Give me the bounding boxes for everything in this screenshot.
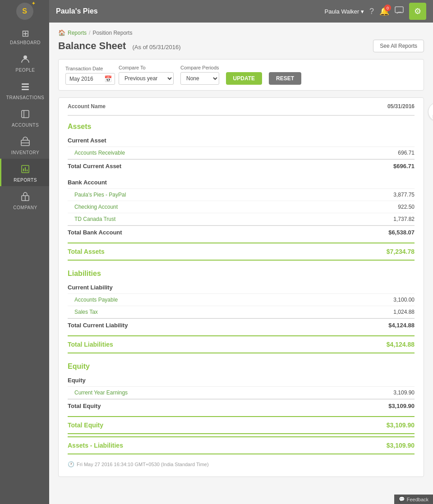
total-assets-value: $7,234.78: [387, 248, 415, 255]
sidebar-item-label: People: [15, 68, 35, 73]
breadcrumb-current: Position Reports: [92, 30, 132, 36]
sidebar-item-transactions[interactable]: Transactions: [0, 76, 49, 104]
table-row: TD Canada Trust 1,737.82: [68, 213, 415, 225]
account-name[interactable]: Paula's Pies - PayPal: [74, 192, 126, 198]
table-row: Checking Account 922.50: [68, 201, 415, 213]
equity-total-value: $3,109.90: [388, 403, 415, 409]
app-logo: S: [16, 3, 33, 20]
breadcrumb-separator: /: [89, 30, 90, 36]
sidebar-item-label: Reports: [14, 178, 37, 183]
col-date: 05/31/2016: [387, 103, 415, 110]
topbar-right: Paula Walker ? 🔔 0 ⚙: [325, 3, 426, 20]
compare-periods-select[interactable]: None 1 2 3: [180, 72, 219, 85]
account-value: 3,100.00: [393, 297, 415, 303]
total-liabilities-row: Total Liabilities $4,124.88: [68, 335, 415, 353]
table-row: Accounts Payable 3,100.00: [68, 294, 415, 306]
compare-to-label: Compare To: [119, 65, 174, 70]
feedback-label: Feedback: [407, 497, 428, 502]
current-liability-subsection: Current Liability Accounts Payable 3,100…: [68, 281, 415, 332]
settings-button[interactable]: ⚙: [409, 3, 426, 20]
company-icon: [20, 192, 30, 204]
total-liabilities-value: $4,124.88: [387, 341, 415, 348]
page-title-text: Balance Sheet: [58, 40, 126, 51]
current-asset-title: Current Asset: [68, 134, 415, 147]
current-asset-total-value: $696.71: [393, 163, 415, 170]
see-all-reports-button[interactable]: See All Reports: [373, 40, 424, 52]
svg-rect-1: [22, 83, 29, 85]
feedback-button[interactable]: 💬 Feedback: [394, 495, 433, 504]
sidebar-item-accounts[interactable]: Accounts: [0, 104, 49, 131]
account-name[interactable]: TD Canada Trust: [74, 216, 115, 222]
sidebar-item-inventory[interactable]: Inventory: [0, 131, 49, 159]
compare-periods-group: Compare Periods None 1 2 3: [180, 65, 219, 85]
messages-button[interactable]: [395, 6, 404, 17]
compare-periods-label: Compare Periods: [180, 65, 219, 70]
page-title-row: Balance Sheet (As of 05/31/2016) See All…: [58, 40, 424, 52]
compare-to-group: Compare To Previous year Previous period…: [119, 65, 174, 85]
total-assets-row: Total Assets $7,234.78: [68, 243, 415, 261]
breadcrumb-reports-link[interactable]: Reports: [68, 30, 87, 36]
report-wrapper: ← Back Account Name 05/31/2016 Assets Cu…: [58, 97, 424, 477]
account-value: 3,877.75: [393, 192, 415, 198]
account-name[interactable]: Sales Tax: [74, 309, 98, 315]
equity-subsection: Equity Current Year Earnings 3,109.90 To…: [68, 374, 415, 412]
current-asset-subsection: Current Asset Accounts Receivable 696.71…: [68, 134, 415, 173]
current-asset-total-label: Total Current Asset: [68, 163, 121, 170]
back-button[interactable]: ← Back: [428, 102, 433, 121]
sidebar-item-label: Dashboard: [10, 40, 41, 45]
sidebar-item-label: Inventory: [11, 150, 39, 155]
table-row: Paula's Pies - PayPal 3,877.75: [68, 189, 415, 201]
reset-button[interactable]: RESET: [269, 72, 301, 85]
account-value: 922.50: [398, 204, 415, 210]
compare-to-select[interactable]: Previous year Previous period None: [119, 72, 174, 85]
breadcrumb: 🏠 Reports / Position Reports: [58, 29, 424, 36]
account-name[interactable]: Current Year Earnings: [74, 389, 128, 396]
equity-total-label: Total Equity: [68, 403, 101, 409]
svg-rect-3: [22, 89, 29, 90]
page-title-left: Balance Sheet (As of 05/31/2016): [58, 40, 181, 52]
svg-rect-14: [395, 7, 403, 13]
svg-point-0: [23, 55, 27, 59]
table-row: Current Year Earnings 3,109.90: [68, 387, 415, 399]
sidebar: S ⊞ Dashboard People Transactions Accoun…: [0, 0, 49, 504]
sidebar-item-company[interactable]: Company: [0, 186, 49, 214]
inventory-icon: [20, 137, 30, 149]
bank-account-total-label: Total Bank Account: [68, 229, 122, 236]
svg-rect-2: [22, 86, 29, 87]
sidebar-item-reports[interactable]: Reports: [0, 159, 49, 186]
notification-badge: 0: [384, 5, 391, 11]
equity-subsection-title: Equity: [68, 374, 415, 387]
current-liability-total-row: Total Current Liability $4,124.88: [68, 318, 415, 332]
col-account-name: Account Name: [68, 103, 106, 110]
svg-rect-4: [22, 110, 29, 118]
account-name[interactable]: Checking Account: [74, 204, 118, 210]
total-equity-row: Total Equity $3,109.90: [68, 416, 415, 434]
account-name[interactable]: Accounts Payable: [74, 297, 118, 303]
account-value: 1,737.82: [393, 216, 415, 222]
app-title: Paula's Pies: [56, 7, 98, 15]
bank-account-title: Bank Account: [68, 176, 415, 189]
sidebar-item-dashboard[interactable]: ⊞ Dashboard: [0, 23, 49, 49]
topbar: Paula's Pies Paula Walker ? 🔔 0 ⚙: [49, 0, 433, 23]
equity-section-title: Equity: [68, 362, 415, 371]
help-button[interactable]: ?: [369, 7, 374, 16]
equity-total-row: Total Equity $3,109.90: [68, 399, 415, 412]
accounts-icon: [20, 109, 30, 121]
sidebar-item-label: Transactions: [6, 95, 44, 100]
user-menu[interactable]: Paula Walker: [325, 8, 364, 15]
account-name[interactable]: Accounts Receivable: [74, 150, 125, 156]
page-as-of: (As of 05/31/2016): [133, 44, 181, 50]
update-button[interactable]: UPDATE: [226, 72, 262, 85]
transaction-date-input[interactable]: [65, 73, 115, 85]
sidebar-item-label: Company: [13, 205, 37, 210]
report-container: ← Back Account Name 05/31/2016 Assets Cu…: [58, 97, 424, 477]
bank-account-subsection: Bank Account Paula's Pies - PayPal 3,877…: [68, 176, 415, 239]
sidebar-item-people[interactable]: People: [0, 49, 49, 76]
notifications-button[interactable]: 🔔 0: [379, 6, 389, 16]
people-icon: [20, 54, 30, 66]
account-value: 1,024.88: [393, 309, 415, 315]
logo-area: S: [0, 0, 49, 23]
report-footer: 🕐 Fri May 27 2016 16:34:10 GMT+0530 (Ind…: [68, 461, 415, 467]
home-icon[interactable]: 🏠: [58, 29, 65, 36]
transaction-date-label: Transaction Date: [65, 66, 112, 71]
